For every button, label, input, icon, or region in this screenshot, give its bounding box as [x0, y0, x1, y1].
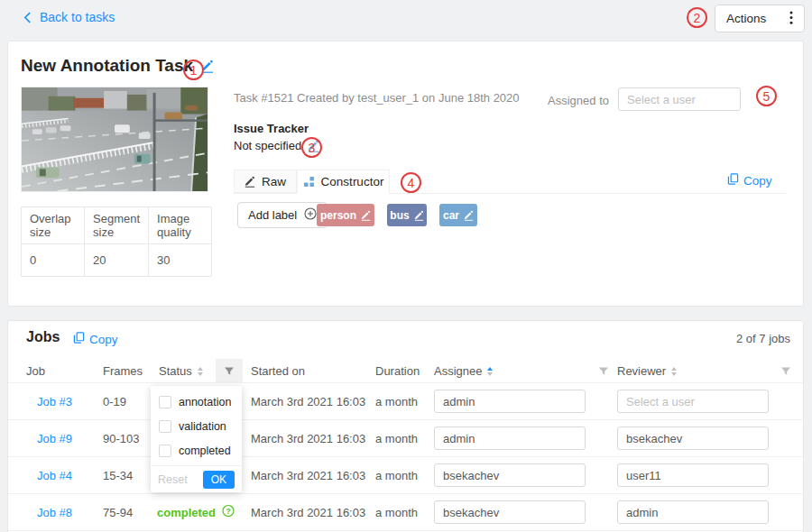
copy-jobs-button[interactable]: Copy [73, 332, 118, 346]
status-filter-icon[interactable] [216, 359, 243, 383]
duration-value: a month [375, 395, 418, 408]
duration-value: a month [375, 469, 418, 482]
plus-circle-icon [304, 207, 317, 223]
checkbox [159, 445, 171, 457]
started-on-value: March 3rd 2021 16:03 [251, 506, 365, 519]
question-circle-icon[interactable]: ? [222, 505, 235, 520]
column-header-status[interactable]: Status [159, 359, 203, 383]
label-chip-bus[interactable]: bus [387, 204, 427, 226]
status-text: completed [157, 506, 216, 519]
started-on-value: March 3rd 2021 16:03 [251, 469, 365, 482]
label-chip-name: bus [390, 209, 409, 222]
started-on-value: March 3rd 2021 16:03 [251, 432, 365, 445]
assignee-select[interactable] [434, 500, 586, 524]
reviewer-select[interactable] [617, 390, 769, 413]
copy-icon [727, 173, 739, 188]
add-label-button[interactable]: Add label [237, 202, 328, 228]
checkbox [159, 420, 171, 433]
filter-reset-button[interactable]: Reset [158, 473, 188, 486]
reviewer-select[interactable] [617, 427, 769, 450]
table-row: Job #4 15-34 March 3rd 2021 16:03 a mont… [8, 457, 803, 494]
column-header-assignee[interactable]: Assignee [434, 359, 493, 383]
task-preview-image [21, 87, 208, 192]
cvat-task-page: Back to tasks Actions New Annotation Tas… [0, 0, 812, 532]
column-header-duration: Duration [375, 359, 420, 383]
job-link[interactable]: Job #4 [37, 469, 72, 482]
job-link[interactable]: Job #8 [37, 506, 72, 519]
duration-value: a month [375, 432, 418, 445]
back-to-tasks-link[interactable]: Back to tasks [23, 10, 115, 24]
actions-label: Actions [726, 12, 766, 25]
actions-button[interactable]: Actions [715, 5, 805, 32]
annotation-marker-1: 1 [183, 60, 204, 80]
pencil-icon [245, 176, 255, 188]
assignee-filter-icon[interactable] [593, 359, 614, 383]
chevron-left-icon [23, 12, 32, 23]
status-filter-dropdown: annotation validation completed Reset OK [151, 386, 242, 492]
jobs-count: 2 of 7 jobs [736, 332, 790, 345]
filter-option-annotation[interactable]: annotation [151, 390, 242, 414]
label-chip-car[interactable]: car [439, 204, 477, 226]
kebab-menu-icon [789, 11, 793, 27]
filter-ok-button[interactable]: OK [203, 471, 235, 489]
svg-text:?: ? [226, 507, 230, 516]
jobs-card: Jobs Copy 2 of 7 jobs Job Frames Status … [7, 320, 804, 532]
tab-raw[interactable]: Raw [234, 170, 297, 193]
task-meta-text: Task #1521 Created by test_user_1 on Jun… [234, 91, 520, 105]
copy-labels-button[interactable]: Copy [727, 173, 772, 188]
constructor-blocks-icon [303, 176, 315, 188]
params-value-cell: 30 [149, 244, 212, 277]
reviewer-select[interactable] [617, 463, 769, 487]
issue-tracker-label: Issue Tracker [234, 122, 309, 135]
column-header-reviewer[interactable]: Reviewer [617, 359, 677, 383]
tab-raw-label: Raw [262, 175, 286, 188]
task-parameters-table: Overlap size Segment size Image quality … [21, 206, 212, 277]
label-chip-name: person [320, 209, 356, 222]
add-label-text: Add label [248, 208, 297, 222]
annotation-marker-3: 3 [301, 137, 322, 158]
frames-value: 0-19 [103, 395, 126, 408]
column-header-frames: Frames [103, 359, 143, 383]
pencil-icon [464, 210, 474, 221]
filter-option-label: completed [179, 445, 231, 457]
assignee-select[interactable] [434, 427, 586, 450]
params-header-row: Overlap size Segment size Image quality [22, 207, 212, 244]
job-link[interactable]: Job #9 [37, 432, 72, 445]
issue-tracker-value: Not specified [234, 139, 301, 152]
pencil-icon [414, 210, 424, 221]
filter-option-validation[interactable]: validation [151, 414, 242, 438]
label-chip-name: car [443, 209, 459, 222]
reviewer-select[interactable] [617, 500, 769, 524]
params-header-cell: Overlap size [22, 207, 85, 244]
filter-option-completed[interactable]: completed [151, 438, 242, 463]
filter-option-label: annotation [179, 396, 231, 408]
sort-carets-icon [198, 367, 203, 376]
column-header-reviewer-label: Reviewer [617, 364, 666, 378]
job-link[interactable]: Job #3 [37, 395, 72, 408]
pencil-icon [361, 210, 371, 221]
frames-value: 90-103 [103, 432, 139, 445]
params-value-cell: 0 [22, 244, 85, 277]
assignee-select[interactable] [434, 463, 586, 487]
sort-carets-icon [671, 367, 677, 376]
column-header-assignee-label: Assignee [434, 364, 482, 378]
jobs-title: Jobs [26, 329, 60, 345]
label-chip-person[interactable]: person [317, 204, 374, 226]
copy-icon [73, 332, 85, 346]
copy-label: Copy [743, 174, 772, 188]
assigned-to-label: Assigned to [540, 94, 609, 107]
tab-constructor[interactable]: Constructor [297, 170, 390, 194]
filter-footer: Reset OK [151, 465, 242, 492]
back-to-tasks-label: Back to tasks [40, 10, 115, 24]
reviewer-filter-icon[interactable] [775, 359, 797, 383]
filter-option-label: validation [179, 420, 226, 433]
assignee-select[interactable] [434, 390, 586, 413]
params-value-cell: 20 [85, 244, 149, 277]
status-value: completed ? [157, 505, 235, 520]
task-assignee-select[interactable] [618, 87, 741, 111]
column-header-status-label: Status [159, 364, 192, 378]
table-row: Job #9 90-103 March 3rd 2021 16:03 a mon… [8, 420, 803, 457]
annotation-marker-2: 2 [687, 7, 707, 28]
table-row: Job #3 0-19 March 3rd 2021 16:03 a month [8, 383, 803, 420]
table-row: Job #8 75-94 completed ? March 3rd 2021 … [8, 494, 803, 531]
